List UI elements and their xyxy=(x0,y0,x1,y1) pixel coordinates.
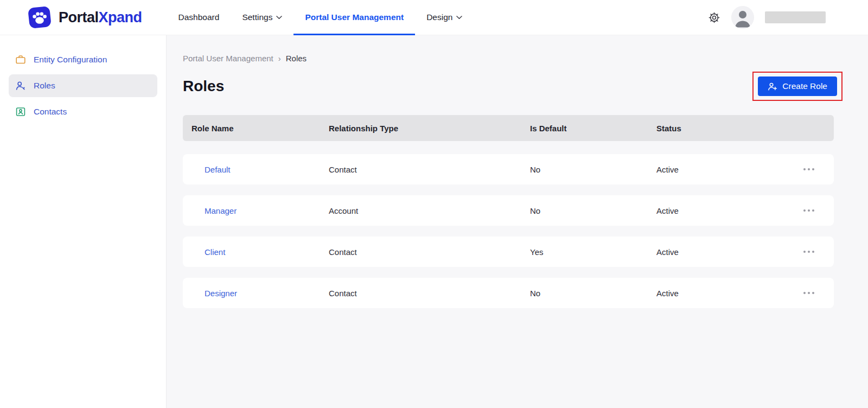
relationship-type-cell: Contact xyxy=(329,289,530,298)
is-default-cell: No xyxy=(530,289,656,298)
status-cell: Active xyxy=(656,206,792,215)
contact-card-icon xyxy=(15,106,26,117)
title-row: Roles Create Role xyxy=(183,72,834,101)
avatar[interactable] xyxy=(731,6,754,29)
chevron-down-icon xyxy=(276,16,282,20)
sidebar: Entity Configuration Roles Contacts xyxy=(0,35,167,408)
row-actions-button[interactable] xyxy=(803,195,825,226)
page-title: Roles xyxy=(183,78,224,95)
user-name-redacted xyxy=(765,11,826,23)
breadcrumb-current: Roles xyxy=(286,54,307,63)
role-name-link[interactable]: Designer xyxy=(205,289,237,298)
sidebar-item-label: Contacts xyxy=(34,107,67,117)
relationship-type-cell: Contact xyxy=(329,247,530,257)
is-default-cell: Yes xyxy=(530,247,656,257)
table-row: Client Contact Yes Active xyxy=(183,237,834,267)
nav-design[interactable]: Design xyxy=(415,0,474,35)
sidebar-item-label: Roles xyxy=(34,81,55,91)
is-default-cell: No xyxy=(530,206,656,215)
table-row: Manager Account No Active xyxy=(183,195,834,226)
briefcase-icon xyxy=(15,54,26,65)
breadcrumb-separator-icon: › xyxy=(278,54,281,63)
breadcrumb: Portal User Management › Roles xyxy=(183,54,834,63)
table-row: Default Contact No Active xyxy=(183,154,834,184)
paw-logo-icon xyxy=(27,5,52,29)
settings-gear-icon[interactable] xyxy=(708,11,720,24)
nav-dashboard-label: Dashboard xyxy=(178,12,220,22)
user-role-icon xyxy=(15,80,26,91)
sidebar-item-contacts[interactable]: Contacts xyxy=(9,100,157,123)
nav-settings[interactable]: Settings xyxy=(231,0,293,35)
status-cell: Active xyxy=(656,165,792,174)
row-actions-button[interactable] xyxy=(803,237,825,267)
is-default-cell: No xyxy=(530,165,656,174)
roles-table: Role Name Relationship Type Is Default S… xyxy=(183,115,834,308)
relationship-type-cell: Account xyxy=(329,206,530,215)
table-row: Designer Contact No Active xyxy=(183,278,834,308)
logo[interactable]: PortalXpand xyxy=(27,5,142,29)
nav-settings-label: Settings xyxy=(242,12,272,22)
breadcrumb-parent[interactable]: Portal User Management xyxy=(183,54,273,63)
nav-design-label: Design xyxy=(426,12,452,22)
top-navbar: PortalXpand Dashboard Settings Portal Us… xyxy=(0,0,868,35)
sidebar-item-roles[interactable]: Roles xyxy=(9,74,157,97)
annotation-highlight-box: Create Role xyxy=(752,72,843,101)
column-header-is-default: Is Default xyxy=(530,124,656,133)
row-actions-button[interactable] xyxy=(803,278,825,308)
column-header-status: Status xyxy=(656,124,792,133)
nav-portal-user-management-label: Portal User Management xyxy=(305,12,404,22)
logo-text-primary: Portal xyxy=(59,9,99,25)
relationship-type-cell: Contact xyxy=(329,165,530,174)
role-name-link[interactable]: Client xyxy=(205,247,225,257)
add-user-icon xyxy=(768,82,777,91)
status-cell: Active xyxy=(656,289,792,298)
main-content: Portal User Management › Roles Roles Cre… xyxy=(167,35,868,408)
sidebar-item-label: Entity Configuration xyxy=(34,55,107,65)
page-layout: Entity Configuration Roles Contacts xyxy=(0,35,868,408)
column-header-role-name: Role Name xyxy=(192,124,329,133)
chevron-down-icon xyxy=(456,16,462,20)
column-header-relationship-type: Relationship Type xyxy=(329,124,530,133)
nav-portal-user-management[interactable]: Portal User Management xyxy=(293,0,415,35)
role-name-link[interactable]: Manager xyxy=(205,206,237,215)
create-role-button-label: Create Role xyxy=(782,81,827,91)
nav-dashboard[interactable]: Dashboard xyxy=(167,0,231,35)
sidebar-item-entity-configuration[interactable]: Entity Configuration xyxy=(9,48,157,71)
logo-text-accent: Xpand xyxy=(99,9,142,25)
table-header-row: Role Name Relationship Type Is Default S… xyxy=(183,115,834,141)
main-nav: Dashboard Settings Portal User Managemen… xyxy=(167,0,474,35)
row-actions-button[interactable] xyxy=(803,154,825,184)
topbar-right xyxy=(708,6,826,29)
create-role-button[interactable]: Create Role xyxy=(758,76,837,96)
person-silhouette-icon xyxy=(731,6,754,29)
status-cell: Active xyxy=(656,247,792,257)
role-name-link[interactable]: Default xyxy=(205,165,231,174)
logo-text: PortalXpand xyxy=(59,9,142,26)
